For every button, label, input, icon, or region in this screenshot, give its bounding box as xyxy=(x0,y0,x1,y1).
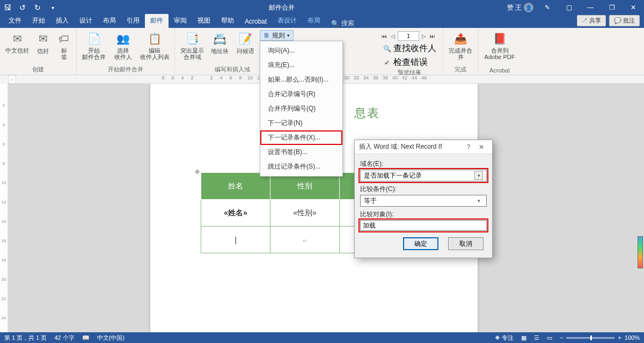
next-record-button[interactable]: ▷ xyxy=(420,32,428,40)
merge-to-pdf-button[interactable]: 📕合并到 Adobe PDF xyxy=(482,29,517,60)
field-name[interactable]: «姓名» xyxy=(201,200,270,227)
window-close-icon[interactable]: ✕ xyxy=(623,0,644,15)
ok-button[interactable]: 确定 xyxy=(403,237,438,250)
empty-cell[interactable]: ↵ xyxy=(270,227,340,253)
side-minibar[interactable] xyxy=(638,236,643,268)
greeting-line-button[interactable]: 📝问候语 xyxy=(234,29,257,55)
group-label: 创建 xyxy=(32,65,44,75)
page-indicator[interactable]: 第 1 页，共 1 页 xyxy=(4,334,47,342)
view-read-icon[interactable]: ☰ xyxy=(534,334,539,341)
check-icon: ✔ xyxy=(383,59,391,67)
comments-button[interactable]: 💬 批注 xyxy=(609,15,640,26)
group-create: ✉中文信封 ✉信封 🏷标 签 创建 xyxy=(0,28,77,75)
menu-item-merge-seq[interactable]: 合并序列编号(Q) xyxy=(260,101,342,116)
compare-select[interactable]: 等于 ▾ xyxy=(360,195,487,207)
record-number-input[interactable] xyxy=(398,31,419,41)
tab-acrobat[interactable]: Acrobat xyxy=(239,16,272,28)
find-recipient-button[interactable]: 🔍查找收件人 xyxy=(380,42,438,55)
highlight-fields-button[interactable]: 📑突出显示 合并域 xyxy=(179,29,205,60)
view-web-icon[interactable]: ▭ xyxy=(547,334,552,341)
rules-dropdown-button[interactable]: 🗎 规则 ▾ xyxy=(260,30,294,41)
cancel-button[interactable]: 取消 xyxy=(448,237,484,250)
doc-heading-partial: 息表 xyxy=(354,105,380,121)
next-record-if-dialog: 插入 Word 域: Next Record If ? ✕ 域名(E): 是否加… xyxy=(354,140,493,258)
tab-review[interactable]: 审阅 xyxy=(169,14,192,28)
field-name-select[interactable]: 是否加载下一条记录 ▾ xyxy=(360,170,487,181)
tab-mailings[interactable]: 邮件 xyxy=(145,14,169,28)
tab-table-layout[interactable]: 布局 xyxy=(302,14,326,28)
dialog-help-icon[interactable]: ? xyxy=(462,143,475,151)
window-restore-icon[interactable]: ❐ xyxy=(601,0,623,15)
tab-design[interactable]: 设计 xyxy=(74,14,98,28)
prev-record-button[interactable]: ◁ xyxy=(389,32,397,40)
tab-help[interactable]: 帮助 xyxy=(216,14,239,28)
last-record-button[interactable]: ⏭ xyxy=(429,32,436,40)
envelope-button[interactable]: ✉信封 xyxy=(33,29,53,55)
word-count[interactable]: 42 个字 xyxy=(54,334,74,342)
label-icon: 🏷 xyxy=(56,31,71,46)
zoom-control[interactable]: − + 100% xyxy=(560,334,640,341)
field-name-label: 域名(E): xyxy=(360,157,487,169)
search-label: 搜索 xyxy=(341,19,354,28)
search-box[interactable]: 🔍 搜索 xyxy=(326,19,360,28)
share-button[interactable]: ↗ 共享 xyxy=(577,15,606,26)
tab-home[interactable]: 开始 xyxy=(27,14,50,28)
start-merge-button[interactable]: 📄开始 邮件合并 xyxy=(81,29,107,60)
ribbon-tabs: 文件 开始 插入 设计 布局 引用 邮件 审阅 视图 帮助 Acrobat 表设… xyxy=(0,15,644,28)
compare-to-label: 比较对象(I): xyxy=(360,208,487,219)
avatar-icon: 👤 xyxy=(524,3,533,12)
spellcheck-icon[interactable]: 📖 xyxy=(82,334,90,341)
check-errors-button[interactable]: ✔检查错误 xyxy=(380,56,430,69)
vertical-ruler[interactable]: 24681012141618202224 xyxy=(0,84,8,332)
redo-icon[interactable]: ↻ xyxy=(30,0,45,15)
tab-references[interactable]: 引用 xyxy=(121,14,145,28)
undo-icon[interactable]: ↺ xyxy=(15,0,30,15)
menu-item-next-record-if[interactable]: 下一记录条件(X)... xyxy=(260,130,342,145)
field-gender[interactable]: «性别» xyxy=(270,200,340,227)
dialog-close-icon[interactable]: ✕ xyxy=(475,143,488,151)
rules-menu: 询问(A)... 填充(E)... 如果...那么...否则(I)... 合并记… xyxy=(260,41,343,177)
view-print-icon[interactable]: ▦ xyxy=(521,334,526,341)
labels-button[interactable]: 🏷标 签 xyxy=(56,29,72,60)
tab-view[interactable]: 视图 xyxy=(192,14,216,28)
tab-file[interactable]: 文件 xyxy=(3,14,27,28)
focus-mode-button[interactable]: ❖ 专注 xyxy=(495,334,514,342)
menu-item-next-record[interactable]: 下一记录(N) xyxy=(260,116,342,130)
tab-layout[interactable]: 布局 xyxy=(98,14,121,28)
save-icon[interactable]: 🖫 xyxy=(0,0,15,15)
menu-item-ifthenelse[interactable]: 如果...那么...否则(I)... xyxy=(260,72,342,87)
table-anchor-icon[interactable]: ✥ xyxy=(195,169,200,176)
title-bar: 🖫 ↺ ↻ ▾ 邮件合并 赞 王 👤 ✎ ▢ — ❐ ✕ xyxy=(0,0,644,15)
menu-item-set-bookmark[interactable]: 设置书签(B)... xyxy=(260,145,342,159)
menu-item-skip-record-if[interactable]: 跳过记录条件(S)... xyxy=(260,159,342,174)
field-name-value: 是否加载下一条记录 xyxy=(364,171,422,180)
menu-item-fillin[interactable]: 填充(E)... xyxy=(260,58,342,72)
qat-customize-icon[interactable]: ▾ xyxy=(45,0,60,15)
zoom-out-icon[interactable]: − xyxy=(560,334,563,341)
col-name: 姓名 xyxy=(201,173,270,200)
dialog-titlebar[interactable]: 插入 Word 域: Next Record If ? ✕ xyxy=(355,140,492,154)
tab-insert[interactable]: 插入 xyxy=(50,14,74,28)
tab-table-design[interactable]: 表设计 xyxy=(272,14,302,28)
zoom-slider[interactable] xyxy=(566,337,614,339)
language-indicator[interactable]: 中文(中国) xyxy=(97,334,125,342)
zoom-in-icon[interactable]: + xyxy=(618,334,621,341)
menu-item-ask[interactable]: 询问(A)... xyxy=(260,43,342,58)
edit-recipients-button[interactable]: 📋编辑 收件人列表 xyxy=(139,29,170,60)
window-minimize-icon[interactable]: — xyxy=(580,0,601,15)
menu-item-merge-rec[interactable]: 合并记录编号(R) xyxy=(260,87,342,101)
first-record-button[interactable]: ⏮ xyxy=(380,32,388,40)
ribbon-display-icon[interactable]: ▢ xyxy=(558,0,580,15)
chinese-envelope-button[interactable]: ✉中文信封 xyxy=(4,29,30,54)
user-name: 赞 王 xyxy=(507,3,522,12)
select-recipients-button[interactable]: 👥选择 收件人 xyxy=(110,29,136,60)
compare-to-input[interactable] xyxy=(360,220,487,231)
search-icon: 🔍 xyxy=(331,20,339,27)
group-label: 完成 xyxy=(455,65,466,75)
finish-merge-button[interactable]: 📤完成并合并 xyxy=(448,29,473,60)
account-button[interactable]: 赞 王 👤 xyxy=(504,3,537,12)
address-block-button[interactable]: 📇地址块 xyxy=(208,29,231,55)
empty-cell[interactable]: | xyxy=(201,227,270,253)
ribbon-options-icon[interactable]: ✎ xyxy=(537,0,558,15)
zoom-percent[interactable]: 100% xyxy=(625,334,640,341)
